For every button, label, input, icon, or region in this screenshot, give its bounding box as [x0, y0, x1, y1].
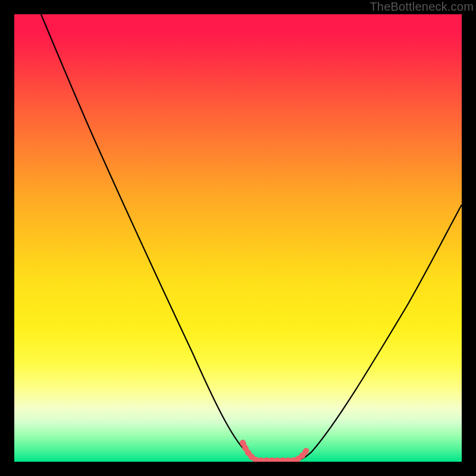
- heatmap-gradient-bg: [14, 14, 462, 462]
- plot-area: [14, 14, 462, 462]
- chart-frame: TheBottleneck.com: [0, 0, 476, 476]
- watermark-text: TheBottleneck.com: [369, 0, 474, 14]
